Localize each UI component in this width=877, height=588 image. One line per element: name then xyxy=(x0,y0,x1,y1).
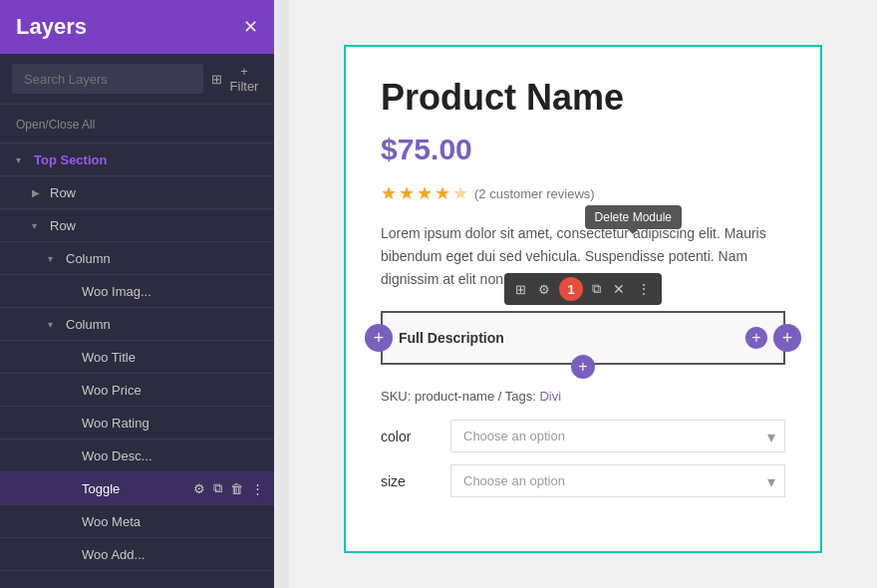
plus-left-button[interactable]: + xyxy=(365,324,393,352)
product-rating: ★ ★ ★ ★ ★ (2 customer reviews) xyxy=(381,182,785,204)
search-input[interactable] xyxy=(12,64,203,94)
layer-action-2-column-2[interactable]: 🗑 xyxy=(228,316,245,333)
layer-action-0-woo-imag[interactable]: ⚙ xyxy=(191,283,207,300)
layer-arrow-top-section[interactable]: ▾ xyxy=(16,154,30,165)
layer-action-3-woo-price[interactable]: ⋮ xyxy=(249,382,266,399)
layer-action-0-woo-add[interactable]: ⚙ xyxy=(191,546,207,563)
layer-action-1-woo-add[interactable]: ⧉ xyxy=(211,545,224,563)
size-select[interactable]: Choose an option xyxy=(450,464,785,497)
toolbar-gear-icon[interactable]: ⚙ xyxy=(535,280,553,299)
layer-action-2-woo-imag[interactable]: 🗑 xyxy=(228,283,245,300)
layer-action-3-column-2[interactable]: ⋮ xyxy=(249,316,266,333)
layer-item-woo-price[interactable]: Woo Price⚙⧉🗑⋮ xyxy=(0,374,274,406)
layer-action-3-column-1[interactable]: ⋮ xyxy=(249,250,266,267)
layer-action-3-woo-desc[interactable]: ⋮ xyxy=(249,447,266,464)
sidebar-title: Layers xyxy=(16,14,87,40)
tags-link[interactable]: Divi xyxy=(539,389,561,404)
full-desc-expand-button[interactable]: + xyxy=(745,327,767,349)
layer-action-0-woo-title[interactable]: ⚙ xyxy=(191,349,207,366)
plus-bottom-button[interactable]: + xyxy=(571,355,595,379)
layer-action-1-column-1[interactable]: ⧉ xyxy=(211,249,224,267)
layer-action-2-woo-title[interactable]: 🗑 xyxy=(228,349,245,366)
layer-arrow-row-1[interactable]: ▶ xyxy=(32,187,46,198)
toolbar-close-icon[interactable]: ✕ xyxy=(610,279,628,299)
layer-item-woo-meta[interactable]: Woo Meta⚙⧉🗑⋮ xyxy=(0,505,274,537)
layer-action-3-row-1[interactable]: ⋮ xyxy=(249,184,266,201)
layer-action-3-woo-meta[interactable]: ⋮ xyxy=(249,513,266,530)
color-select[interactable]: Choose an option xyxy=(450,420,785,452)
plus-right-button[interactable]: + xyxy=(773,324,801,352)
layer-action-0-woo-rating[interactable]: ⚙ xyxy=(191,415,207,432)
layer-action-0-woo-meta[interactable]: ⚙ xyxy=(191,513,207,530)
layer-label-toggle: Toggle xyxy=(82,481,191,496)
layer-action-1-top-section[interactable]: ⧉ xyxy=(211,150,224,168)
layer-label-column-1: Column xyxy=(66,251,191,266)
layer-action-3-woo-title[interactable]: ⋮ xyxy=(249,349,266,366)
layer-action-1-woo-desc[interactable]: ⧉ xyxy=(211,446,224,464)
layer-action-2-column-1[interactable]: 🗑 xyxy=(228,250,245,267)
layer-action-0-column-1[interactable]: ⚙ xyxy=(191,250,207,267)
layer-action-0-row-2[interactable]: ⚙ xyxy=(191,217,207,234)
layer-item-woo-add[interactable]: Woo Add...⚙⧉🗑⋮ xyxy=(0,538,274,570)
layer-action-1-row-1[interactable]: ⧉ xyxy=(211,183,224,201)
layer-action-3-toggle[interactable]: ⋮ xyxy=(249,480,266,497)
layer-action-0-column-2[interactable]: ⚙ xyxy=(191,316,207,333)
product-card: Product Name $75.00 ★ ★ ★ ★ ★ (2 custome… xyxy=(344,45,822,553)
layer-action-3-woo-rating[interactable]: ⋮ xyxy=(249,415,266,432)
layer-item-top-section[interactable]: ▾Top Section⚙⧉🗑⋮ xyxy=(0,144,274,175)
layer-action-2-top-section[interactable]: 🗑 xyxy=(228,151,245,168)
layer-action-2-woo-desc[interactable]: 🗑 xyxy=(228,447,245,464)
layer-item-column-2[interactable]: ▾Column⚙⧉🗑⋮ xyxy=(0,308,274,340)
layer-action-2-woo-rating[interactable]: 🗑 xyxy=(228,415,245,432)
layers-list: ▾Top Section⚙⧉🗑⋮▶Row⚙⧉🗑⋮▾Row⚙⧉🗑⋮▾Column⚙… xyxy=(0,144,274,588)
layer-action-2-toggle[interactable]: 🗑 xyxy=(228,480,245,497)
sidebar-close-button[interactable]: ✕ xyxy=(243,16,258,38)
layer-action-3-top-section[interactable]: ⋮ xyxy=(249,151,266,168)
toolbar-icon-1[interactable]: ⊞ xyxy=(512,280,529,299)
layer-item-column-1[interactable]: ▾Column⚙⧉🗑⋮ xyxy=(0,242,274,274)
layers-sidebar: Layers ✕ ⊞ + Filter Open/Close All ▾Top … xyxy=(0,0,274,588)
layer-label-woo-price: Woo Price xyxy=(82,383,191,398)
layer-action-1-woo-title[interactable]: ⧉ xyxy=(211,348,224,366)
size-attribute: size Choose an option xyxy=(381,464,785,497)
layer-item-woo-imag[interactable]: Woo Imag...⚙⧉🗑⋮ xyxy=(0,275,274,307)
open-close-all[interactable]: Open/Close All xyxy=(0,105,274,144)
layer-action-3-row-2[interactable]: ⋮ xyxy=(249,217,266,234)
layer-arrow-column-2[interactable]: ▾ xyxy=(48,319,62,330)
layer-item-woo-desc[interactable]: Woo Desc...⚙⧉🗑⋮ xyxy=(0,440,274,471)
filter-button[interactable]: ⊞ + Filter xyxy=(211,64,262,94)
layer-action-1-woo-meta[interactable]: ⧉ xyxy=(211,512,224,530)
toolbar-more-icon[interactable]: ⋮ xyxy=(634,279,654,299)
layer-action-2-woo-meta[interactable]: 🗑 xyxy=(228,513,245,530)
star-2: ★ xyxy=(399,182,415,204)
layer-item-row-2[interactable]: ▾Row⚙⧉🗑⋮ xyxy=(0,209,274,241)
layer-item-row-1[interactable]: ▶Row⚙⧉🗑⋮ xyxy=(0,176,274,208)
layer-action-3-woo-imag[interactable]: ⋮ xyxy=(249,283,266,300)
color-label: color xyxy=(381,429,431,444)
product-meta: SKU: product-name / Tags: Divi xyxy=(381,389,785,404)
layer-action-1-woo-imag[interactable]: ⧉ xyxy=(211,282,224,300)
layer-action-1-woo-price[interactable]: ⧉ xyxy=(211,381,224,399)
layer-action-0-toggle[interactable]: ⚙ xyxy=(191,480,207,497)
layer-item-woo-rating[interactable]: Woo Rating⚙⧉🗑⋮ xyxy=(0,407,274,439)
layer-action-3-woo-add[interactable]: ⋮ xyxy=(249,546,266,563)
layer-label-top-section: Top Section xyxy=(34,152,191,167)
layer-action-0-woo-desc[interactable]: ⚙ xyxy=(191,447,207,464)
layer-action-0-row-1[interactable]: ⚙ xyxy=(191,184,207,201)
layer-action-2-row-2[interactable]: 🗑 xyxy=(228,217,245,234)
layer-action-2-woo-add[interactable]: 🗑 xyxy=(228,546,245,563)
layer-action-1-woo-rating[interactable]: ⧉ xyxy=(211,414,224,432)
layer-action-1-column-2[interactable]: ⧉ xyxy=(211,315,224,333)
layer-action-0-top-section[interactable]: ⚙ xyxy=(191,151,207,168)
layer-action-2-row-1[interactable]: 🗑 xyxy=(228,184,245,201)
layer-item-toggle[interactable]: Toggle⚙⧉🗑⋮ xyxy=(0,472,274,504)
layer-action-0-woo-price[interactable]: ⚙ xyxy=(191,382,207,399)
toolbar-copy-icon[interactable]: ⧉ xyxy=(589,279,604,299)
layer-arrow-row-2[interactable]: ▾ xyxy=(32,220,46,231)
layer-action-2-woo-price[interactable]: 🗑 xyxy=(228,382,245,399)
layer-action-1-toggle[interactable]: ⧉ xyxy=(211,479,224,497)
layer-arrow-column-1[interactable]: ▾ xyxy=(48,253,62,264)
layer-action-1-row-2[interactable]: ⧉ xyxy=(211,216,224,234)
layer-item-woo-title[interactable]: Woo Title⚙⧉🗑⋮ xyxy=(0,341,274,373)
open-close-label: Open/Close All xyxy=(16,118,95,132)
